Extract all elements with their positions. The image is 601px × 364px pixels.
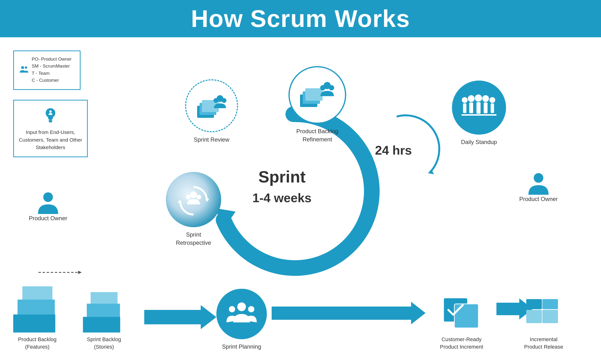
arrow-to-sprint-planning (144, 305, 216, 329)
ipr: IncrementalProduct Release (524, 298, 563, 351)
product-backlog: Product Backlog(Features) (13, 286, 61, 351)
svg-point-1 (25, 66, 27, 69)
sprint-retro: SprintRetrospective (166, 172, 221, 247)
svg-point-34 (490, 97, 495, 103)
daily-standup-circle (452, 81, 506, 135)
daily-standup-icon (460, 93, 498, 122)
svg-rect-27 (463, 103, 466, 113)
svg-point-23 (320, 85, 326, 91)
daily-standup: Daily Standup (452, 81, 506, 146)
dashed-arrow (39, 270, 82, 275)
sbox-top (91, 292, 118, 304)
sprint-backlog-label: Sprint Backlog(Stories) (83, 336, 125, 351)
input-box-text: Input from End-Users, Customers, Team an… (18, 128, 83, 151)
hrs-arrow (382, 112, 454, 179)
svg-point-26 (462, 97, 468, 103)
header: How Scrum Works (0, 0, 601, 37)
sprint-review-icon (195, 91, 228, 120)
svg-rect-46 (526, 299, 542, 309)
sprint-review-label: Sprint Review (185, 136, 238, 144)
svg-point-9 (237, 303, 246, 311)
person-icon-right (527, 172, 550, 195)
svg-marker-8 (78, 271, 82, 274)
sprint-planning-label: Sprint Planning (216, 343, 267, 351)
sprint-retro-label: SprintRetrospective (166, 231, 221, 247)
svg-point-10 (229, 306, 235, 312)
arrow-from-sprint-planning (272, 302, 426, 324)
content-area: PO- Product Owner SM - ScrumMaster T - T… (0, 37, 601, 364)
product-owner-right: Product Owner (519, 172, 558, 202)
svg-point-32 (482, 95, 489, 102)
backlog-area: Product Backlog(Features) Sprint Backlog… (13, 286, 125, 351)
svg-point-6 (43, 192, 53, 202)
svg-point-5 (49, 110, 52, 113)
ipr-label: IncrementalProduct Release (524, 336, 563, 351)
svg-point-17 (213, 98, 218, 103)
team-icon-sprint-planning (226, 301, 257, 327)
product-backlog-label: Product Backlog(Features) (13, 336, 61, 351)
svg-point-0 (21, 66, 24, 69)
pbr-icon (299, 79, 336, 111)
sprint-planning-circle (216, 289, 267, 339)
svg-rect-29 (469, 102, 473, 113)
svg-marker-25 (428, 170, 434, 174)
sbox-bot (83, 317, 120, 333)
svg-point-30 (475, 94, 482, 102)
person-group-icon (19, 65, 29, 74)
svg-rect-4 (49, 121, 52, 122)
svg-rect-21 (305, 88, 323, 101)
svg-rect-3 (49, 120, 52, 121)
cri-label: Customer-ReadyProduct Increment (440, 336, 483, 351)
svg-point-40 (186, 195, 191, 200)
svg-point-28 (468, 95, 475, 102)
legend-text: PO- Product Owner SM - ScrumMaster T - T… (32, 56, 72, 84)
sprint-review-circle (185, 79, 238, 132)
svg-point-48 (534, 173, 543, 183)
box-top (22, 286, 52, 300)
svg-point-41 (196, 195, 201, 200)
box-mid (18, 300, 55, 314)
svg-point-11 (248, 306, 254, 312)
svg-rect-35 (491, 103, 494, 113)
product-backlog-boxes (13, 286, 61, 333)
bulb-icon (41, 106, 60, 125)
pbr-circle (289, 66, 346, 124)
svg-rect-47 (542, 299, 558, 309)
svg-rect-44 (526, 310, 542, 323)
legend-box: PO- Product Owner SM - ScrumMaster T - T… (13, 51, 80, 90)
box-bot (13, 314, 55, 333)
sprint-center-label: Sprint 1-4 weeks (252, 167, 311, 206)
sprint-backlog-boxes (83, 294, 125, 333)
pbr-label: Product BacklogRefinement (289, 127, 346, 143)
sbox-mid (87, 304, 120, 317)
cri: Customer-ReadyProduct Increment (440, 295, 483, 351)
svg-point-24 (329, 85, 334, 91)
sprint-retro-circle (166, 172, 221, 227)
input-box: Input from End-Users, Customers, Team an… (13, 100, 88, 157)
person-icon-left (37, 191, 60, 214)
cri-icon (441, 295, 482, 332)
page-title: How Scrum Works (191, 5, 410, 32)
product-owner-left: Product Owner (29, 191, 67, 222)
daily-standup-label: Daily Standup (452, 138, 506, 146)
svg-point-18 (222, 98, 226, 103)
sprint-planning: Sprint Planning (216, 289, 267, 351)
svg-rect-33 (484, 102, 488, 113)
ipr-icon (525, 298, 562, 332)
sprint-review: Sprint Review (185, 79, 238, 144)
product-owner-left-label: Product Owner (29, 215, 67, 222)
svg-rect-45 (542, 310, 558, 323)
svg-rect-31 (476, 102, 481, 114)
product-owner-right-label: Product Owner (519, 196, 558, 202)
sprint-retro-icon (175, 182, 212, 217)
svg-rect-43 (454, 304, 478, 328)
svg-point-39 (190, 191, 197, 198)
pbr: Product BacklogRefinement (289, 66, 346, 143)
sprint-backlog: Sprint Backlog(Stories) (83, 294, 125, 351)
